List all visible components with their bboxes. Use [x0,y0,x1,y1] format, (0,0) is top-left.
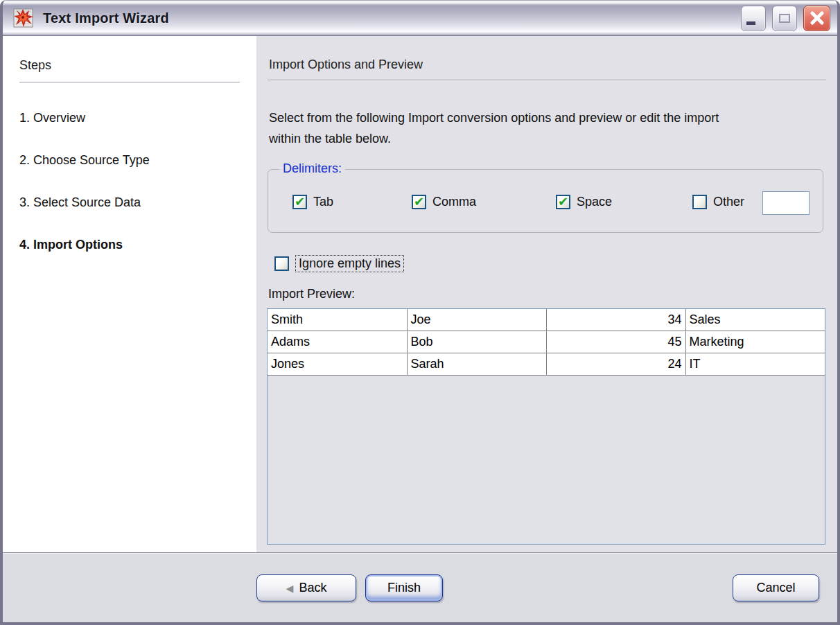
delimiter-tab-option[interactable]: Tab [292,195,333,209]
delimiter-space-option[interactable]: Space [556,195,612,209]
window-title: Text Import Wizard [43,10,169,26]
import-preview-label: Import Preview: [268,287,355,301]
comma-checkbox[interactable] [412,195,426,209]
cell-age[interactable]: 34 [546,309,685,331]
instructions-text: Select from the following Import convers… [269,107,719,149]
step-overview: 1. Overview [19,111,256,125]
delimiter-comma-option[interactable]: Comma [412,195,476,209]
cell-age[interactable]: 45 [546,331,685,353]
cell-first-name[interactable]: Joe [407,309,546,331]
app-icon [12,7,35,29]
steps-sidebar: Steps 1. Overview 2. Choose Source Type … [3,36,256,552]
delimiter-other-option[interactable]: Other [692,195,744,209]
cell-last-name[interactable]: Jones [268,353,407,376]
delimiters-legend: Delimiters: [279,161,345,176]
minimize-icon [746,21,755,25]
cell-department[interactable]: IT [685,353,825,376]
import-preview-table[interactable]: Smith Joe 34 Sales Adams Bob 45 Marketin… [267,308,825,545]
other-delimiter-input[interactable] [762,191,810,215]
table-row: Jones Sarah 24 IT [268,353,825,376]
other-checkbox[interactable] [692,195,707,209]
cell-last-name[interactable]: Smith [268,309,407,331]
text-import-wizard-window: Text Import Wizard Steps 1. Overview 2. … [0,0,840,625]
cell-age[interactable]: 24 [546,353,685,376]
back-arrow-icon: ◀ [286,583,294,594]
import-options-panel: Import Options and Preview Select from t… [256,36,837,552]
table-row: Smith Joe 34 Sales [268,309,825,331]
cell-department[interactable]: Sales [685,309,825,331]
cell-department[interactable]: Marketing [685,331,825,353]
window-controls [741,6,832,31]
finish-button[interactable]: Finish [365,574,443,601]
maximize-icon [779,14,790,23]
title-bar[interactable]: Text Import Wizard [3,0,837,36]
close-button[interactable] [803,6,830,31]
minimize-button[interactable] [741,6,766,31]
space-checkbox[interactable] [556,195,570,209]
ignore-empty-lines-option[interactable]: Ignore empty lines [274,255,404,272]
step-select-source-data: 3. Select Source Data [19,195,256,210]
tab-label: Tab [313,195,333,209]
step-choose-source-type: 2. Choose Source Type [19,153,256,168]
instructions-line-2: within the table below. [269,128,719,149]
back-button[interactable]: ◀ Back [256,574,356,601]
close-icon [809,10,825,26]
table-row: Adams Bob 45 Marketing [268,331,825,353]
delimiters-groupbox: Delimiters: Tab Comma Space Other [268,169,823,233]
steps-divider [19,82,240,83]
back-button-label: Back [299,581,326,595]
other-label: Other [713,195,744,209]
footer-bar: ◀ Back Finish Cancel [3,552,837,622]
comma-label: Comma [432,195,476,209]
tab-checkbox[interactable] [292,195,307,209]
space-label: Space [577,195,612,209]
cell-first-name[interactable]: Sarah [407,353,546,376]
instructions-line-1: Select from the following Import convers… [269,107,719,128]
panel-title: Import Options and Preview [269,58,423,72]
steps-heading: Steps [19,58,256,73]
maximize-button[interactable] [772,6,797,31]
step-import-options: 4. Import Options [19,238,256,252]
ignore-empty-lines-label: Ignore empty lines [295,255,404,272]
cell-last-name[interactable]: Adams [268,331,407,353]
cell-first-name[interactable]: Bob [407,331,546,353]
panel-divider [268,80,826,81]
ignore-empty-lines-checkbox[interactable] [274,256,289,271]
cancel-button[interactable]: Cancel [733,574,819,601]
